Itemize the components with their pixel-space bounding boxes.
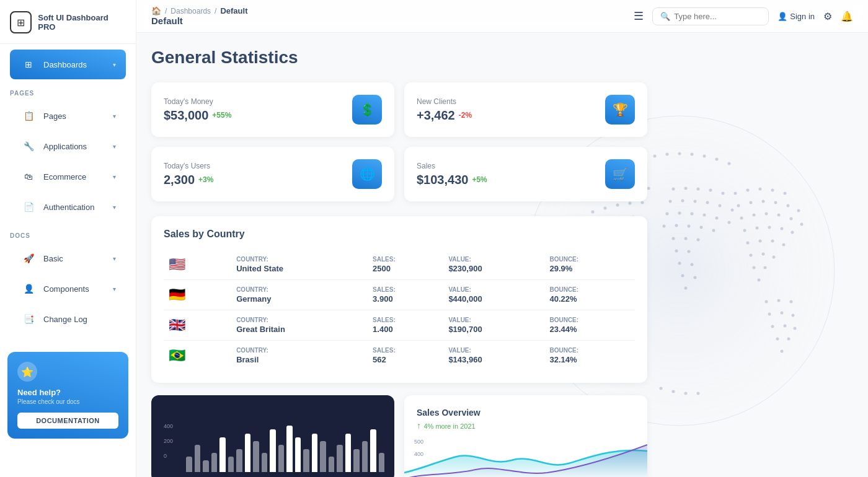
bounce-cell: Bounce: 23.44% bbox=[544, 310, 635, 341]
sidebar-item-dashboards[interactable]: ⊞ Dashboards ▾ bbox=[10, 50, 126, 79]
pages-chevron: ▾ bbox=[113, 113, 116, 120]
svg-point-92 bbox=[764, 266, 767, 269]
sidebar-item-applications[interactable]: 🔧 Applications ▾ bbox=[10, 131, 126, 161]
help-subtitle: Please check our docs bbox=[17, 398, 118, 405]
country-name: Great Britain bbox=[236, 325, 363, 334]
bounce-rate: 32.14% bbox=[549, 355, 630, 364]
content-wrapper: General Statistics Today's Money $53,000… bbox=[151, 48, 853, 477]
flag-icon: 🇧🇷 bbox=[169, 348, 185, 363]
svg-point-64 bbox=[759, 188, 762, 191]
settings-icon[interactable]: ⚙ bbox=[823, 11, 832, 22]
svg-point-49 bbox=[688, 225, 691, 228]
help-star-icon: ⭐ bbox=[17, 362, 37, 382]
svg-point-118 bbox=[781, 350, 784, 353]
bounce-cell: Bounce: 29.9% bbox=[544, 250, 635, 280]
bar bbox=[228, 457, 234, 472]
country-col-label: Country: bbox=[236, 347, 363, 354]
bounce-cell: Bounce: 40.22% bbox=[544, 280, 635, 310]
svg-point-34 bbox=[722, 192, 725, 195]
svg-point-83 bbox=[791, 231, 794, 234]
changelog-icon: 📑 bbox=[20, 310, 37, 328]
components-chevron: ▾ bbox=[113, 286, 116, 292]
sidebar-item-label-pages: Pages bbox=[43, 112, 107, 121]
sidebar-item-changelog[interactable]: 📑 Change Log bbox=[10, 304, 126, 334]
search-box: 🔍 bbox=[652, 7, 769, 25]
search-icon: 🔍 bbox=[660, 12, 670, 21]
svg-point-6 bbox=[703, 155, 706, 158]
svg-point-66 bbox=[784, 192, 787, 195]
svg-point-39 bbox=[719, 204, 722, 208]
help-documentation-button[interactable]: DOCUMENTATION bbox=[17, 413, 118, 429]
svg-point-61 bbox=[684, 287, 688, 290]
sales-col-label: Sales: bbox=[373, 256, 438, 263]
country-table: 🇺🇸 Country: United State Sales: 2500 Val… bbox=[164, 250, 635, 370]
stat-users-icon-box: 🌐 bbox=[352, 159, 382, 189]
sidebar-item-label-components: Components bbox=[43, 284, 107, 294]
logo-text: Soft UI Dashboard PRO bbox=[38, 13, 126, 32]
svg-point-76 bbox=[777, 214, 781, 217]
breadcrumb: 🏠 / Dashboards / Default bbox=[151, 6, 247, 15]
svg-point-89 bbox=[762, 253, 765, 256]
topbar-actions: ☰ 🔍 👤 Sign in ⚙ 🔔 bbox=[634, 7, 853, 25]
svg-point-50 bbox=[700, 226, 703, 229]
flag-icon: 🇬🇧 bbox=[169, 317, 185, 333]
sidebar-item-basic[interactable]: 🚀 Basic ▾ bbox=[10, 243, 126, 273]
sidebar-item-authentication[interactable]: 📄 Authentication ▾ bbox=[10, 192, 126, 222]
country-name: United State bbox=[236, 264, 363, 273]
value-cell: Value: $230,900 bbox=[443, 250, 544, 280]
value-amount: $143,960 bbox=[448, 355, 539, 364]
sales-cell: Sales: 1.400 bbox=[368, 310, 443, 341]
bar-y-labels: 400 200 0 bbox=[164, 423, 173, 459]
svg-point-80 bbox=[756, 227, 759, 230]
stat-money-change: +55% bbox=[212, 111, 231, 120]
stat-card-sales: Sales $103,430 +5% 🛒 bbox=[404, 147, 647, 201]
sidebar-item-pages[interactable]: 📋 Pages ▾ bbox=[10, 101, 126, 131]
stat-sales-icon-box: 🛒 bbox=[605, 159, 635, 189]
sales-overview-subtitle-wrapper: ↑ 4% more in 2021 bbox=[417, 420, 635, 431]
svg-point-67 bbox=[737, 204, 740, 208]
pages-section-label: PAGES bbox=[0, 80, 136, 100]
svg-point-71 bbox=[787, 204, 790, 208]
sidebar-item-label-authentication: Authentication bbox=[43, 203, 107, 212]
bar bbox=[320, 441, 326, 472]
breadcrumb-sep-2: / bbox=[215, 7, 216, 15]
sign-in-button[interactable]: 👤 Sign in bbox=[777, 12, 815, 21]
bar bbox=[337, 445, 343, 472]
breadcrumb-dashboards-link[interactable]: Dashboards bbox=[170, 7, 211, 15]
y-label-200: 200 bbox=[164, 438, 173, 444]
flag-icon: 🇩🇪 bbox=[169, 287, 185, 302]
hamburger-icon[interactable]: ☰ bbox=[634, 9, 644, 23]
svg-point-120 bbox=[672, 390, 675, 393]
table-row: 🇬🇧 Country: Great Britain Sales: 1.400 V… bbox=[164, 310, 635, 341]
sidebar-item-ecommerce[interactable]: 🛍 Ecommerce ▾ bbox=[10, 162, 126, 191]
svg-point-79 bbox=[743, 229, 746, 232]
bar bbox=[219, 437, 226, 472]
value-amount: $190,700 bbox=[448, 325, 539, 334]
value-cell: Value: $440,000 bbox=[443, 280, 544, 310]
svg-point-18 bbox=[629, 202, 632, 205]
stat-card-money: Today's Money $53,000 +55% 💲 bbox=[151, 82, 394, 137]
y-label-400: 400 bbox=[164, 423, 173, 429]
bar-chart-card: 400 200 0 bbox=[151, 395, 394, 477]
bar bbox=[236, 449, 242, 473]
stat-sales-value: $103,430 +5% bbox=[417, 173, 487, 187]
svg-point-81 bbox=[768, 226, 771, 229]
value-cell: Value: $190,700 bbox=[443, 310, 544, 341]
svg-point-16 bbox=[604, 207, 607, 210]
stat-card-clients: New Clients +3,462 -2% 🏆 bbox=[404, 82, 647, 137]
value-cell: Value: $143,960 bbox=[443, 341, 544, 371]
sidebar-item-components[interactable]: 👤 Components ▾ bbox=[10, 274, 126, 304]
bar bbox=[278, 445, 285, 472]
stat-clients-change: -2% bbox=[459, 111, 472, 120]
notifications-icon[interactable]: 🔔 bbox=[841, 11, 853, 22]
stat-clients-label: New Clients bbox=[417, 97, 472, 106]
search-input[interactable] bbox=[674, 12, 761, 21]
svg-point-86 bbox=[771, 240, 774, 243]
country-col-label: Country: bbox=[236, 256, 363, 263]
ecommerce-icon: 🛍 bbox=[20, 168, 37, 185]
svg-point-38 bbox=[706, 201, 709, 204]
flag-icon: 🇺🇸 bbox=[169, 256, 185, 272]
svg-point-109 bbox=[790, 300, 793, 304]
sales-by-country-card: Sales by Country 🇺🇸 Country: United Stat… bbox=[151, 216, 647, 383]
sales-cell: Sales: 562 bbox=[368, 341, 443, 371]
